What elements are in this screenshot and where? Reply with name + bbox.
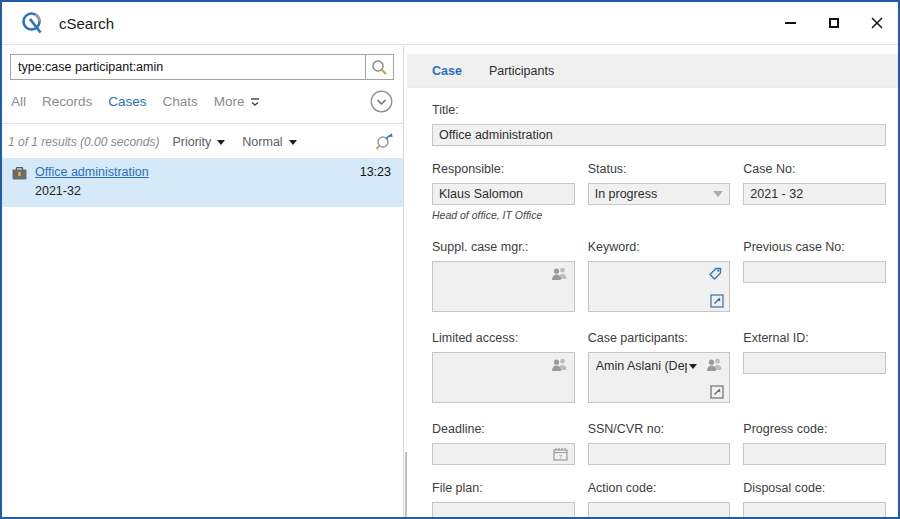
participant-dropdown[interactable]: Amin Aslani (Depar — [596, 359, 698, 373]
field-keyword: Keyword: — [588, 240, 731, 312]
ssn-cvr-label: SSN/CVR no: — [588, 422, 731, 436]
open-popup-icon[interactable] — [710, 385, 724, 399]
tab-case[interactable]: Case — [432, 64, 462, 78]
responsible-label: Responsible: — [432, 162, 575, 176]
limited-access-label: Limited access: — [432, 331, 575, 345]
deadline-label: Deadline: — [432, 422, 575, 436]
people-picker-icon[interactable] — [551, 267, 568, 280]
previous-case-no-label: Previous case No: — [743, 240, 886, 254]
filter-cases[interactable]: Cases — [108, 94, 146, 109]
people-picker-icon[interactable] — [706, 358, 723, 371]
more-filter-icon — [250, 97, 260, 107]
expand-search-options-button[interactable] — [370, 90, 393, 113]
panel-divider[interactable] — [403, 46, 404, 517]
field-title: Title: Office administration — [432, 103, 886, 146]
field-deadline: Deadline: 7 — [432, 422, 575, 465]
suppl-case-mgr-label: Suppl. case mgr.: — [432, 240, 575, 254]
field-limited-access: Limited access: — [432, 331, 575, 403]
status-dropdown[interactable]: In progress — [588, 183, 731, 205]
external-id-label: External ID: — [743, 331, 886, 345]
search-panel: All Records Cases Chats More 1 of 1 resu… — [2, 46, 403, 517]
result-title-link[interactable]: Office administration — [35, 165, 149, 179]
window-controls — [769, 2, 898, 44]
chevron-down-icon — [713, 191, 723, 197]
circle-chevron-down-icon — [370, 90, 393, 113]
search-again-button[interactable] — [375, 132, 394, 151]
filter-more[interactable]: More — [214, 94, 260, 109]
title-bar: cSearch — [2, 2, 898, 45]
progress-code-input[interactable] — [743, 443, 886, 465]
field-progress-code: Progress code: — [743, 422, 886, 465]
action-code-input[interactable] — [588, 502, 731, 519]
external-id-input[interactable] — [743, 352, 886, 374]
chevron-down-icon — [289, 140, 297, 145]
close-icon — [871, 17, 883, 29]
filter-more-label: More — [214, 94, 245, 109]
field-responsible: Responsible: Klaus Salomon Head of offic… — [432, 162, 575, 221]
status-value: In progress — [595, 187, 658, 201]
chevron-down-icon — [217, 140, 225, 145]
case-detail-panel: Case Participants Title: Office administ… — [407, 46, 898, 517]
progress-code-label: Progress code: — [743, 422, 886, 436]
results-count: 1 of 1 results (0.00 seconds) — [8, 135, 159, 149]
sort-field-label: Priority — [172, 135, 211, 149]
maximize-icon — [829, 18, 839, 28]
results-separator — [2, 123, 403, 124]
minimize-icon — [785, 22, 796, 24]
case-no-label: Case No: — [743, 162, 886, 176]
deadline-input[interactable]: 7 — [432, 443, 575, 465]
case-participants-input[interactable]: Amin Aslani (Depar — [588, 352, 731, 403]
action-code-label: Action code: — [588, 481, 731, 495]
tag-icon[interactable] — [708, 266, 723, 281]
maximize-button[interactable] — [812, 2, 855, 44]
search-icon — [371, 59, 388, 76]
search-bar — [10, 54, 394, 80]
sort-value-dropdown[interactable]: Normal — [242, 135, 296, 149]
responsible-input[interactable]: Klaus Salomon — [432, 183, 575, 205]
field-suppl-case-mgr: Suppl. case mgr.: — [432, 240, 575, 312]
search-input[interactable] — [11, 55, 365, 79]
chevron-down-icon — [689, 364, 697, 369]
filter-all[interactable]: All — [11, 94, 26, 109]
disposal-code-input[interactable] — [743, 502, 886, 519]
search-button[interactable] — [365, 55, 393, 79]
close-button[interactable] — [855, 2, 898, 44]
tab-participants[interactable]: Participants — [489, 64, 554, 78]
app-window: cSearch All Records — [0, 0, 900, 519]
limited-access-input[interactable] — [432, 352, 575, 403]
ssn-cvr-input[interactable] — [588, 443, 731, 465]
field-case-participants: Case participants: Amin Aslani (Depar — [588, 331, 731, 403]
field-ssn-cvr: SSN/CVR no: — [588, 422, 731, 465]
disposal-code-label: Disposal code: — [743, 481, 886, 495]
field-action-code: Action code: — [588, 481, 731, 519]
previous-case-no-input[interactable] — [743, 261, 886, 283]
result-content: Office administration 13:23 2021-32 — [35, 165, 391, 198]
result-row[interactable]: Office administration 13:23 2021-32 — [2, 158, 403, 207]
title-label: Title: — [432, 103, 886, 117]
file-plan-input[interactable] — [432, 502, 575, 519]
scope-filter-row: All Records Cases Chats More — [11, 90, 393, 113]
case-no-input[interactable]: 2021 - 32 — [743, 183, 886, 205]
svg-text:7: 7 — [558, 454, 562, 460]
keyword-input[interactable] — [588, 261, 731, 312]
status-label: Status: — [588, 162, 731, 176]
participant-value: Amin Aslani (Depar — [596, 359, 688, 373]
results-toolbar: 1 of 1 results (0.00 seconds) Priority N… — [8, 132, 394, 151]
field-file-plan: File plan: — [432, 481, 575, 519]
field-external-id: External ID: — [743, 331, 886, 403]
filter-records[interactable]: Records — [42, 94, 92, 109]
result-case-number: 2021-32 — [35, 184, 391, 198]
people-picker-icon[interactable] — [551, 358, 568, 371]
case-form: Title: Office administration Responsible… — [407, 88, 898, 519]
sort-value-label: Normal — [242, 135, 282, 149]
filter-chats[interactable]: Chats — [163, 94, 198, 109]
calendar-icon[interactable]: 7 — [553, 447, 568, 461]
title-input[interactable]: Office administration — [432, 124, 886, 146]
sort-field-dropdown[interactable]: Priority — [172, 135, 225, 149]
minimize-button[interactable] — [769, 2, 812, 44]
result-time: 13:23 — [360, 165, 391, 179]
open-popup-icon[interactable] — [710, 294, 724, 308]
suppl-case-mgr-input[interactable] — [432, 261, 575, 312]
responsible-subtext: Head of office, IT Office — [432, 209, 575, 221]
file-plan-label: File plan: — [432, 481, 575, 495]
